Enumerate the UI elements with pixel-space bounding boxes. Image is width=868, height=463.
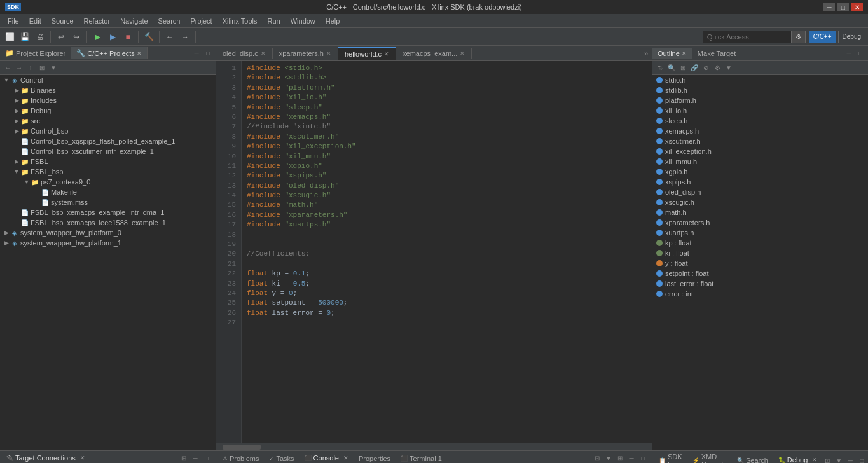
tree-item[interactable]: ▼📁FSBL_bsp [0, 167, 216, 177]
menu-xilinx-tools[interactable]: Xilinx Tools [217, 16, 263, 26]
console-close-icon[interactable]: ✕ [343, 455, 348, 461]
save-button[interactable]: 💾 [18, 30, 32, 44]
tree-arrow-icon[interactable] [13, 137, 20, 145]
outline-item[interactable]: kp : float [652, 238, 868, 248]
tree-up-button[interactable]: ↑ [25, 63, 36, 73]
menu-help[interactable]: Help [320, 16, 345, 26]
tree-menu-button[interactable]: ▼ [48, 63, 59, 73]
code-editor[interactable]: 1 2 3 4 5 6 7 8 9 10 11 12 13 14 15 16 1… [216, 61, 652, 443]
debug-run-button[interactable]: ▶ [106, 30, 120, 44]
outline-item[interactable]: xgpio.h [652, 167, 868, 177]
debug-close-icon[interactable]: ✕ [812, 457, 817, 463]
menu-source[interactable]: Source [46, 16, 79, 26]
tree-arrow-icon[interactable]: ▶ [13, 107, 20, 114]
tab-outline[interactable]: Outline ✕ [652, 48, 692, 59]
tree-item[interactable]: 📄Control_bsp_xscutimer_intr_example_1 [0, 146, 216, 156]
print-button[interactable]: 🖨 [33, 30, 47, 44]
tree-item[interactable]: ▶◈system_wrapper_hw_platform_0 [0, 228, 216, 238]
tree-arrow-icon[interactable]: ▶ [13, 86, 20, 94]
outline-item[interactable]: platform.h [652, 95, 868, 106]
outline-item[interactable]: xscutimer.h [652, 136, 868, 146]
tree-item[interactable]: 📄Control_bsp_xqspips_flash_polled_exampl… [0, 136, 216, 146]
tab-debug[interactable]: 🐛 Debug ✕ [773, 454, 822, 463]
debug-maximize-button[interactable]: □ [857, 455, 867, 463]
run-button[interactable]: ▶ [90, 30, 104, 44]
debug-ctrl2[interactable]: ▼ [834, 455, 844, 463]
outline-item[interactable]: xil_exception.h [652, 146, 868, 156]
tree-item[interactable]: 📄FSBL_bsp_xemacps_example_intr_dma_1 [0, 207, 216, 218]
tree-item[interactable]: 📄system.mss [0, 197, 216, 207]
code-content[interactable]: #include <stdio.h> #include <stdlib.h> #… [242, 61, 652, 443]
outline-item[interactable]: error : int [652, 289, 868, 299]
console-minimize-button[interactable]: ─ [626, 453, 637, 464]
minimize-panel-button[interactable]: ─ [191, 48, 202, 59]
tree-item[interactable]: 📄Makefile [0, 187, 216, 197]
tab-make-target[interactable]: Make Target [692, 48, 741, 59]
menu-project[interactable]: Project [185, 16, 217, 26]
tab-oled-disp[interactable]: oled_disp.c ✕ [216, 48, 273, 59]
tree-item[interactable]: ▶📁Control_bsp [0, 126, 216, 136]
tab-xemacps[interactable]: xemacps_exam... ✕ [396, 48, 472, 59]
tree-arrow-icon[interactable] [13, 148, 20, 155]
outline-minimize-button[interactable]: ─ [844, 48, 854, 59]
menu-navigate[interactable]: Navigate [115, 16, 153, 26]
build-button[interactable]: 🔨 [142, 30, 156, 44]
new-button[interactable]: ⬜ [3, 30, 17, 44]
stop-button[interactable]: ■ [121, 30, 135, 44]
tree-arrow-icon[interactable]: ▼ [23, 178, 31, 186]
outline-item[interactable]: math.h [652, 207, 868, 218]
outline-item[interactable]: ki : float [652, 248, 868, 258]
tree-item[interactable]: ▶📁src [0, 116, 216, 126]
menu-search[interactable]: Search [153, 16, 186, 26]
menu-refactor[interactable]: Refactor [79, 16, 116, 26]
tab-cpp-projects[interactable]: 🔧 C/C++ Projects ✕ [71, 47, 148, 59]
outline-item[interactable]: xparameters.h [652, 218, 868, 228]
bottom-left-btn1[interactable]: ⊞ [179, 453, 189, 464]
outline-item[interactable]: oled_disp.h [652, 187, 868, 197]
tab-search[interactable]: 🔍 Search [732, 455, 773, 463]
tree-back-button[interactable]: ← [3, 63, 13, 73]
menu-window[interactable]: Window [286, 16, 320, 26]
debug-minimize-button[interactable]: ─ [845, 455, 855, 463]
menu-edit[interactable]: Edit [24, 16, 46, 26]
debug-ctrl1[interactable]: ⊡ [822, 455, 832, 463]
bottom-left-minimize-button[interactable]: ─ [190, 453, 200, 464]
minimize-button[interactable]: ─ [823, 3, 835, 11]
tab-properties[interactable]: Properties [354, 453, 396, 464]
outline-item[interactable]: stdio.h [652, 75, 868, 85]
outline-close-icon[interactable]: ✕ [682, 50, 687, 57]
console-ctrl1[interactable]: ⊡ [592, 453, 602, 464]
redo-button[interactable]: ↪ [69, 30, 83, 44]
outline-item[interactable]: sleep.h [652, 116, 868, 126]
xemacps-close-icon[interactable]: ✕ [460, 50, 465, 57]
outline-item[interactable]: setpoint : float [652, 268, 868, 279]
tab-sdk-log[interactable]: 📋 SDK Log [654, 451, 687, 463]
tree-item[interactable]: ▶📁Binaries [0, 85, 216, 95]
tree-item[interactable]: ▶📁Debug [0, 106, 216, 116]
tab-target-connections[interactable]: 🔌 Target Connections ✕ [1, 452, 90, 464]
outline-maximize-button[interactable]: □ [855, 48, 865, 59]
debug-perspective[interactable]: Debug [838, 31, 865, 43]
tree-arrow-icon[interactable]: ▼ [13, 168, 20, 176]
close-button[interactable]: ✕ [851, 3, 863, 11]
menu-file[interactable]: File [3, 16, 24, 26]
bottom-left-maximize-button[interactable]: □ [202, 453, 212, 464]
target-connections-close-icon[interactable]: ✕ [80, 455, 85, 461]
outline-settings-button[interactable]: ⚙ [712, 63, 722, 73]
outline-item[interactable]: xil_io.h [652, 106, 868, 116]
forward-button[interactable]: → [178, 30, 192, 44]
tree-arrow-icon[interactable]: ▶ [3, 239, 10, 247]
tree-arrow-icon[interactable]: ▶ [13, 158, 20, 165]
outline-filter-button[interactable]: 🔍 [666, 63, 677, 73]
quick-access-input[interactable] [703, 31, 792, 43]
xparameters-close-icon[interactable]: ✕ [326, 50, 331, 57]
tree-item[interactable]: ▼◈Control [0, 75, 216, 85]
tree-forward-button[interactable]: → [14, 63, 24, 73]
maximize-panel-button[interactable]: □ [203, 48, 213, 59]
quick-access-icon[interactable]: ⚙ [792, 31, 806, 43]
tab-xparameters[interactable]: xparameters.h ✕ [273, 48, 338, 59]
more-tabs-button[interactable]: » [640, 48, 652, 59]
tab-tasks[interactable]: ✓ Tasks [264, 453, 299, 464]
console-maximize-button[interactable]: □ [638, 453, 648, 464]
tree-arrow-icon[interactable]: ▶ [13, 117, 20, 125]
